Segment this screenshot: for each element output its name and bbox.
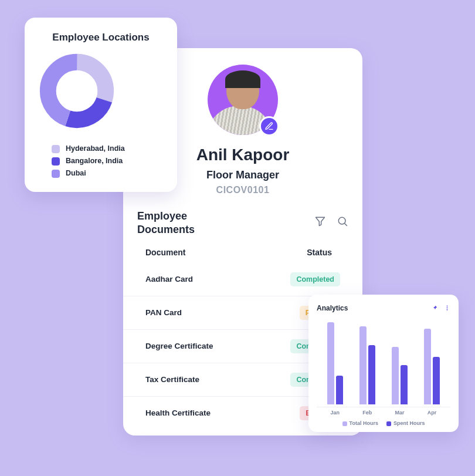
legend-swatch bbox=[52, 170, 60, 178]
legend-swatch bbox=[52, 157, 60, 166]
documents-header: Employee Documents bbox=[123, 195, 362, 242]
pencil-icon bbox=[264, 121, 274, 131]
legend-label: Dubai bbox=[66, 169, 86, 177]
legend-total: Total Hours bbox=[350, 420, 378, 426]
bar-group bbox=[358, 326, 378, 404]
legend-label: Bangalore, India bbox=[66, 157, 123, 165]
legend-label: Hyderabad, India bbox=[66, 144, 125, 153]
bar bbox=[433, 357, 440, 404]
legend-item: Bangalore, India bbox=[52, 157, 163, 166]
analytics-card: Analytics JanFebMarApr Total Hours Spent… bbox=[308, 295, 459, 432]
avatar bbox=[208, 65, 278, 135]
bar bbox=[392, 347, 399, 404]
more-button[interactable] bbox=[444, 303, 450, 313]
svg-marker-0 bbox=[316, 217, 325, 225]
bar bbox=[401, 365, 408, 404]
document-name: PAN Card bbox=[145, 308, 182, 317]
bar-group bbox=[390, 347, 410, 404]
employee-locations-card: Employee Locations Hyderabad, India Bang… bbox=[25, 18, 177, 192]
table-row[interactable]: Aadhar Card Completed bbox=[123, 263, 362, 296]
pin-icon bbox=[432, 305, 438, 311]
svg-point-7 bbox=[447, 305, 448, 306]
search-button[interactable] bbox=[337, 215, 348, 229]
locations-donut-chart bbox=[39, 53, 115, 129]
filter-button[interactable] bbox=[314, 215, 326, 229]
bar bbox=[327, 322, 334, 404]
document-name: Aadhar Card bbox=[145, 275, 193, 283]
analytics-title: Analytics bbox=[317, 304, 348, 312]
x-label: Mar bbox=[395, 410, 405, 416]
legend-item: Hyderabad, India bbox=[52, 144, 163, 153]
more-vertical-icon bbox=[444, 305, 450, 311]
filter-icon bbox=[314, 215, 326, 227]
legend-item: Dubai bbox=[52, 169, 163, 178]
documents-title: Employee Documents bbox=[137, 210, 231, 237]
document-name: Tax Certificate bbox=[145, 375, 199, 384]
bar bbox=[368, 345, 375, 404]
status-badge: Completed bbox=[290, 272, 340, 286]
legend-swatch bbox=[52, 145, 60, 153]
document-name: Health Certificate bbox=[145, 409, 211, 417]
edit-avatar-button[interactable] bbox=[259, 116, 279, 136]
svg-point-8 bbox=[447, 308, 448, 309]
pin-button[interactable] bbox=[432, 303, 438, 313]
locations-title: Employee Locations bbox=[39, 32, 163, 43]
document-name: Degree Certificate bbox=[145, 342, 213, 350]
column-document: Document bbox=[145, 248, 185, 257]
legend-spent: Spent Hours bbox=[393, 420, 425, 426]
analytics-bar-chart bbox=[317, 319, 450, 407]
column-status: Status bbox=[307, 248, 332, 257]
svg-line-2 bbox=[345, 224, 347, 226]
x-label: Jan bbox=[331, 410, 340, 416]
bar bbox=[424, 329, 431, 404]
analytics-x-labels: JanFebMarApr bbox=[317, 407, 450, 420]
bar bbox=[359, 326, 367, 404]
bar bbox=[336, 376, 343, 404]
bar-group bbox=[422, 329, 442, 404]
x-label: Feb bbox=[362, 410, 372, 416]
search-icon bbox=[337, 215, 348, 227]
svg-point-9 bbox=[447, 309, 448, 310]
analytics-legend: Total Hours Spent Hours bbox=[317, 420, 450, 426]
svg-point-6 bbox=[56, 70, 97, 111]
bar-group bbox=[325, 322, 345, 404]
documents-table-head: Document Status bbox=[123, 242, 362, 263]
x-label: Apr bbox=[428, 410, 437, 416]
